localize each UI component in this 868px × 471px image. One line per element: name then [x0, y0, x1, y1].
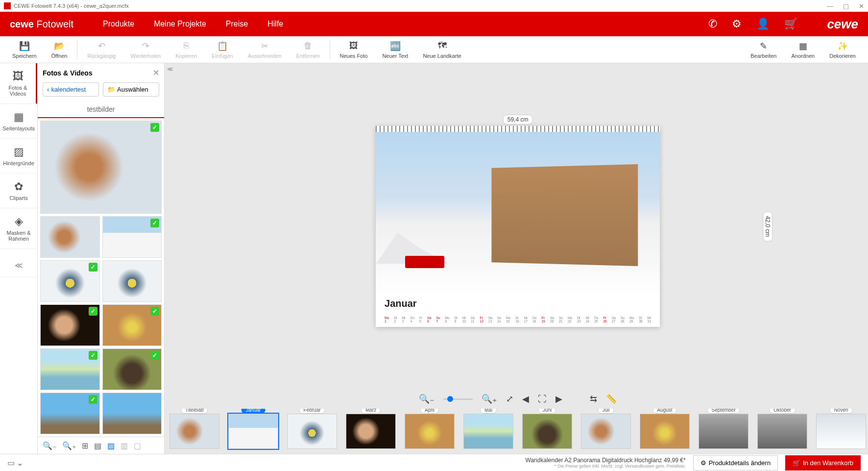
toolbar-ausschneiden: ✂Ausschneiden [241, 40, 289, 59]
zoom-slider[interactable] [443, 398, 473, 400]
fit-icon[interactable]: ⤢ [506, 394, 513, 404]
close-panel-icon[interactable]: ✕ [153, 68, 159, 77]
photo-thumb[interactable] [102, 393, 162, 434]
toolbar-anordnen[interactable]: ▦Anordnen [784, 41, 822, 59]
toolbar: 💾Speichern📂Öffnen↶Rückgängig↷Wiederholen… [0, 36, 868, 63]
account-icon[interactable]: 👤 [756, 18, 770, 30]
page-thumb[interactable]: März [346, 414, 396, 449]
vtab-hintergrnde[interactable]: ▨Hintergründe [0, 139, 37, 174]
vtab-seitenlayouts[interactable]: ▦Seitenlayouts [0, 104, 37, 139]
photo-thumb[interactable]: ✓ [102, 216, 162, 258]
nav-projects[interactable]: Meine Projekte [154, 20, 206, 28]
photo-thumb[interactable]: ✓ [40, 393, 100, 434]
photo-thumb[interactable]: ✓ [40, 260, 100, 302]
swap-icon[interactable]: ⇆ [590, 394, 597, 404]
photos-title: Fotos & Videos [43, 69, 93, 77]
phone-icon[interactable]: ✆ [708, 18, 717, 30]
page-thumb[interactable]: Juli [581, 414, 631, 449]
page-thumb[interactable]: Titelblatt [169, 414, 219, 449]
prev-page-icon[interactable]: ◀ [522, 394, 529, 404]
sort-icon[interactable]: ▤ [94, 441, 101, 450]
zoom-out-icon[interactable]: 🔍₋ [419, 394, 434, 404]
zoom-in-icon[interactable]: 🔍₊ [62, 441, 76, 450]
check-icon: ✓ [150, 123, 159, 132]
toolbar-kopieren: ⎘Kopieren [168, 40, 204, 59]
page-thumb[interactable]: September [699, 414, 748, 449]
folder-icon: 📁 [107, 86, 115, 93]
calendar-page[interactable]: Januar Mo1Di2Mi3Do4Fr5Sa6So7Mo8Di9Mi10Do… [376, 126, 660, 327]
toolbar-bearbeiten[interactable]: ✎Bearbeiten [743, 41, 784, 59]
photo-thumb[interactable]: ✓ [40, 304, 100, 346]
brand-logo: cewe [827, 17, 858, 32]
canvas-main[interactable]: 59,4 cm 42,0 cm Januar Mo1Di2Mi3Do4Fr5Sa… [165, 63, 868, 389]
folder-name: testbilder [38, 101, 164, 117]
maximize-icon[interactable]: ▢ [843, 2, 849, 10]
header-right: ✆ ⚙ 👤 🛒 cewe [708, 17, 858, 32]
toolbar-neuer text[interactable]: 🔤Neuer Text [375, 40, 415, 59]
photo-thumb[interactable]: ✓ [102, 348, 162, 390]
photo-thumb[interactable] [40, 216, 100, 258]
vtab-maskenrahmen[interactable]: ◈Masken & Rahmen [0, 208, 37, 249]
check-icon: ✓ [89, 395, 97, 404]
nav-products[interactable]: Produkte [103, 20, 134, 28]
titlebar-text: CEWE Fotowelt 7.4.3 (x64) - cewe_a2quer.… [14, 3, 129, 9]
toolbar-öffnen[interactable]: 📂Öffnen [44, 40, 75, 59]
select-button[interactable]: 📁Auswählen [103, 82, 159, 97]
photo-thumb[interactable]: ✓ [40, 121, 162, 214]
toolbar-neue landkarte[interactable]: 🗺Neue Landkarte [415, 40, 468, 59]
tool-icon[interactable]: ▢ [134, 441, 141, 450]
page-thumb[interactable]: Juni [522, 414, 572, 449]
toolbar-entfernen: 🗑Entfernen [289, 40, 327, 59]
collapse-icon[interactable]: ≪ [0, 254, 37, 277]
fullscreen-icon[interactable]: ⛶ [538, 394, 547, 404]
chevron-left-icon: ‹ [47, 86, 49, 93]
filter-icon[interactable]: ▨ [107, 441, 115, 450]
grid-icon[interactable]: ⊞ [82, 441, 88, 450]
calendar-days: Mo1Di2Mi3Do4Fr5Sa6So7Mo8Di9Mi10Do11Fr12S… [385, 316, 651, 323]
toolbar-speichern[interactable]: 💾Speichern [5, 40, 44, 59]
toolbar-neues foto[interactable]: 🖼Neues Foto [333, 40, 375, 59]
zoom-out-icon[interactable]: 🔍₋ [43, 441, 56, 450]
page-thumb[interactable]: Februar [287, 414, 337, 449]
page-thumb[interactable]: Mai [463, 414, 513, 449]
close-icon[interactable]: ✕ [859, 2, 864, 10]
calendar-photo[interactable] [376, 132, 660, 298]
tool-icon[interactable]: ▥ [121, 441, 128, 450]
window-controls: — ▢ ✕ [827, 2, 864, 10]
product-details-button[interactable]: ⚙Produktdetails ändern [693, 455, 778, 471]
layout-icon[interactable]: ▭ ⌄ [7, 458, 23, 468]
cart-icon[interactable]: 🛒 [784, 18, 797, 30]
photo-grid[interactable]: ✓ ✓ ✓ ✓✓ ✓✓ ✓ [38, 117, 164, 437]
main-header: cewe Fotowelt Produkte Meine Projekte Pr… [0, 12, 868, 36]
page-thumb[interactable]: Noven [816, 414, 866, 449]
vtab-cliparts[interactable]: ✿Cliparts [0, 174, 37, 208]
zoom-in-icon[interactable]: 🔍₊ [482, 394, 497, 404]
pages-strip[interactable]: TitelblattJanuarFebruarMärzAprilMaiJuniJ… [165, 409, 868, 454]
photo-thumb[interactable]: ✓ [40, 348, 100, 390]
settings-icon[interactable]: ⚙ [732, 18, 742, 30]
page-thumb[interactable]: April [405, 414, 455, 449]
page-thumb[interactable]: Oktober [757, 414, 807, 449]
toolbar-rückgängig: ↶Rückgängig [80, 40, 123, 59]
vtab-fotosvideos[interactable]: 🖼Fotos & Videos [0, 63, 37, 104]
add-to-cart-button[interactable]: 🛒In den Warenkorb [785, 455, 861, 471]
back-button[interactable]: ‹kalendertest [43, 82, 99, 97]
cart-icon: 🛒 [793, 459, 800, 467]
page-thumb[interactable]: Januar [228, 414, 278, 449]
gear-icon: ⚙ [700, 459, 706, 467]
app-icon [4, 2, 11, 9]
height-label: 42,0 cm [763, 211, 773, 241]
app-logo: cewe Fotowelt [10, 19, 73, 30]
footer: ▭ ⌄ Wandkalender A2 Panorama Digitaldruc… [0, 454, 868, 471]
nav-help[interactable]: Hilfe [267, 20, 283, 28]
photos-panel: Fotos & Videos ✕ ‹kalendertest 📁Auswähle… [38, 63, 165, 454]
next-page-icon[interactable]: ▶ [555, 394, 562, 404]
page-thumb[interactable]: August [640, 414, 690, 449]
nav-prices[interactable]: Preise [226, 20, 248, 28]
photo-thumb[interactable] [102, 260, 162, 302]
main-nav: Produkte Meine Projekte Preise Hilfe [103, 20, 283, 28]
toolbar-dekorieren[interactable]: ✨Dekorieren [822, 41, 863, 59]
photo-thumb[interactable]: ✓ [102, 304, 162, 346]
minimize-icon[interactable]: — [827, 2, 833, 10]
ruler-icon[interactable]: 📏 [606, 394, 617, 404]
